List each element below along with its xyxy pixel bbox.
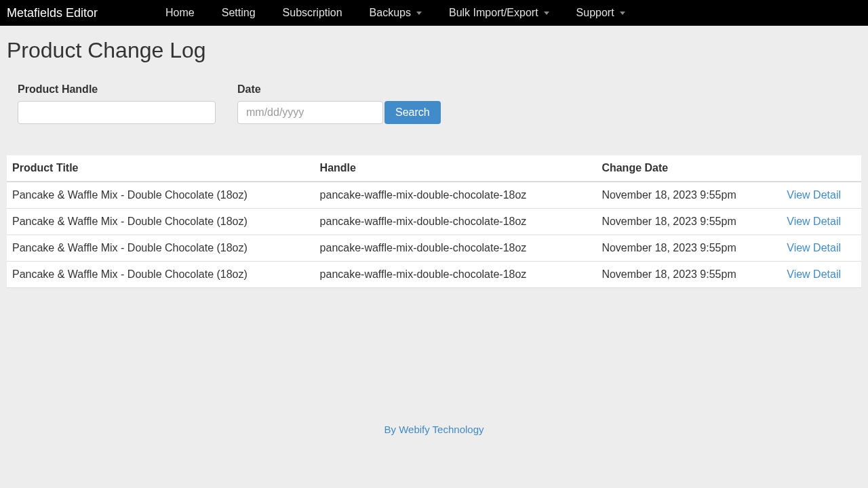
header-action [776,155,861,182]
nav-subscription[interactable]: Subscription [283,7,342,19]
nav-backups-label: Backups [370,7,411,19]
table-row: Pancake & Waffle Mix - Double Chocolate … [7,235,861,262]
nav-bulk-label: Bulk Import/Export [449,7,538,19]
footer: By Webify Technology [0,424,868,436]
footer-link[interactable]: By Webify Technology [384,424,484,435]
header-change-date: Change Date [596,155,776,182]
view-detail-link[interactable]: View Detail [787,268,841,280]
nav-home[interactable]: Home [165,7,195,19]
filter-group-handle: Product Handle [18,83,216,124]
view-detail-link[interactable]: View Detail [787,189,841,201]
cell-action: View Detail [776,209,861,235]
navbar: Metafields Editor Home Setting Subscript… [0,0,868,26]
nav-support-label: Support [576,7,614,19]
table-row: Pancake & Waffle Mix - Double Chocolate … [7,209,861,235]
nav-bulk-import-export[interactable]: Bulk Import/Export [449,7,549,19]
cell-change-date: November 18, 2023 9:55pm [596,209,776,235]
cell-product-title: Pancake & Waffle Mix - Double Chocolate … [7,262,315,288]
nav-setting[interactable]: Setting [222,7,256,19]
chevron-down-icon [416,12,422,15]
date-search-row: Search [237,101,441,124]
cell-product-title: Pancake & Waffle Mix - Double Chocolate … [7,209,315,235]
date-label: Date [237,83,441,96]
view-detail-link[interactable]: View Detail [787,242,841,253]
navbar-nav: Home Setting Subscription Backups Bulk I… [165,7,625,19]
navbar-brand[interactable]: Metafields Editor [7,6,98,20]
cell-change-date: November 18, 2023 9:55pm [596,182,776,209]
cell-action: View Detail [776,182,861,209]
table-container: Product Title Handle Change Date Pancake… [7,155,861,288]
cell-change-date: November 18, 2023 9:55pm [596,235,776,262]
header-handle: Handle [315,155,597,182]
filter-section: Product Handle Date Search [0,63,868,124]
nav-support[interactable]: Support [576,7,625,19]
change-log-table: Product Title Handle Change Date Pancake… [7,155,861,288]
cell-handle: pancake-waffle-mix-double-chocolate-18oz [315,235,597,262]
cell-handle: pancake-waffle-mix-double-chocolate-18oz [315,209,597,235]
search-button[interactable]: Search [384,101,441,124]
cell-handle: pancake-waffle-mix-double-chocolate-18oz [315,262,597,288]
table-row: Pancake & Waffle Mix - Double Chocolate … [7,262,861,288]
page-title: Product Change Log [0,26,868,63]
cell-action: View Detail [776,262,861,288]
cell-change-date: November 18, 2023 9:55pm [596,262,776,288]
filter-group-date: Date Search [237,83,441,124]
header-product-title: Product Title [7,155,315,182]
table-header-row: Product Title Handle Change Date [7,155,861,182]
product-handle-input[interactable] [18,101,216,124]
date-input[interactable] [237,101,383,124]
view-detail-link[interactable]: View Detail [787,216,841,227]
chevron-down-icon [544,12,549,15]
cell-handle: pancake-waffle-mix-double-chocolate-18oz [315,182,597,209]
cell-action: View Detail [776,235,861,262]
nav-backups[interactable]: Backups [370,7,422,19]
chevron-down-icon [620,12,625,15]
cell-product-title: Pancake & Waffle Mix - Double Chocolate … [7,235,315,262]
cell-product-title: Pancake & Waffle Mix - Double Chocolate … [7,182,315,209]
table-row: Pancake & Waffle Mix - Double Chocolate … [7,182,861,209]
handle-label: Product Handle [18,83,216,96]
